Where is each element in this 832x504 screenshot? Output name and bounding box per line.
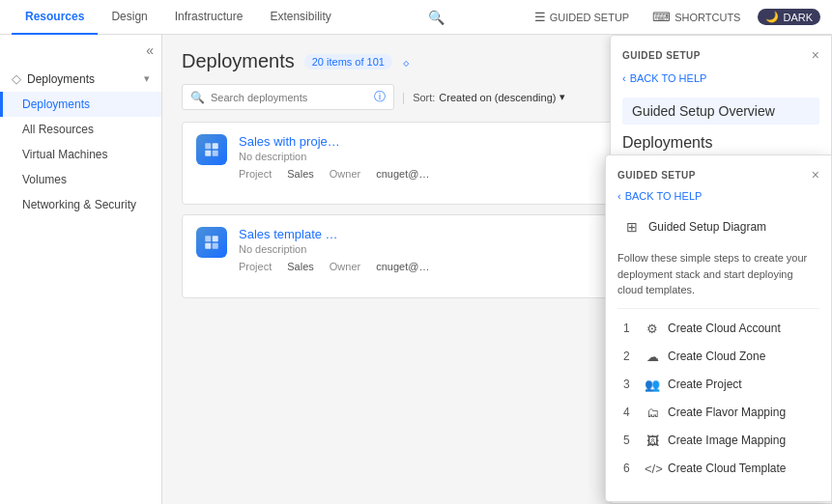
sidebar-item-volumes[interactable]: Volumes: [0, 167, 161, 192]
deploy-icon-2: [196, 227, 227, 258]
step-label-2: Create Cloud Zone: [668, 350, 765, 363]
deploy-project-1: Sales: [287, 168, 314, 180]
sidebar-item-networking[interactable]: Networking & Security: [0, 192, 161, 217]
gp-back-to-help[interactable]: ‹ BACK TO HELP: [622, 72, 819, 84]
step-label-6: Create Cloud Template: [668, 462, 787, 475]
sidebar-deployments-header[interactable]: ◇ Deployments ▾: [0, 66, 161, 92]
nav-right-actions: ☰ GUIDED SETUP ⌨ SHORTCUTS 🌙 DARK: [529, 6, 820, 28]
guided-setup-description: Follow these simple steps to create your…: [617, 244, 819, 309]
gp-front-close-button[interactable]: ×: [812, 167, 819, 182]
gp-front-header: GUIDED SETUP ×: [617, 167, 819, 182]
step-label-4: Create Flavor Mapping: [668, 406, 786, 419]
search-box[interactable]: 🔍 ⓘ: [182, 84, 394, 110]
nav-search-area: 🔍: [428, 10, 445, 25]
sort-chevron-icon: ▾: [559, 91, 565, 103]
svg-rect-2: [205, 151, 211, 156]
step-icon-5: 🖼: [645, 434, 660, 448]
gp-step-5[interactable]: 5 🖼 Create Image Mapping: [617, 427, 819, 455]
nav-tabs: Resources Design Infrastructure Extensib…: [12, 0, 345, 35]
search-input[interactable]: [211, 92, 368, 103]
gp-back-close-button[interactable]: ×: [812, 47, 819, 63]
toolbar-divider: |: [402, 91, 405, 104]
sort-area: Sort: Created on (descending) ▾: [413, 91, 565, 103]
svg-rect-4: [205, 236, 211, 241]
sort-value: Created on (descending): [439, 92, 556, 103]
step-num-2: 2: [623, 350, 637, 363]
info-icon[interactable]: ⓘ: [374, 89, 386, 105]
svg-rect-0: [205, 143, 211, 149]
moon-icon: 🌙: [765, 11, 779, 23]
nav-tab-resources[interactable]: Resources: [12, 0, 98, 35]
deploy-project-label-1: Project: [239, 168, 272, 180]
step-num-1: 1: [623, 322, 637, 335]
deploy-project-label-2: Project: [239, 261, 272, 272]
chevron-left-icon: ‹: [622, 72, 626, 84]
guided-setup-panel-front: GUIDED SETUP × ‹ BACK TO HELP ⊞ Guided S…: [605, 154, 832, 502]
sidebar-collapse-area: «: [0, 42, 161, 66]
svg-rect-5: [213, 236, 218, 241]
gp-step-1[interactable]: 1 ⚙ Create Cloud Account: [617, 315, 819, 343]
step-num-3: 3: [623, 378, 637, 391]
gp-step-4[interactable]: 4 🗂 Create Flavor Mapping: [617, 399, 819, 427]
gp-step-3[interactable]: 3 👥 Create Project: [617, 371, 819, 399]
deploy-project-2: Sales: [287, 261, 314, 272]
diagram-icon: ⊞: [623, 219, 641, 235]
deploy-owner-label-2: Owner: [330, 261, 360, 272]
sort-dropdown[interactable]: Created on (descending) ▾: [439, 91, 565, 103]
step-icon-1: ⚙: [645, 322, 660, 336]
guided-setup-overview-item[interactable]: Guided Setup Overview: [622, 98, 819, 125]
shortcuts-icon: ⌨: [652, 10, 671, 24]
svg-rect-7: [213, 243, 218, 249]
guided-setup-diagram-item[interactable]: ⊞ Guided Setup Diagram: [617, 211, 819, 242]
filter-icon[interactable]: ⬦: [402, 54, 410, 70]
sidebar-section-icon: ◇: [12, 71, 21, 86]
search-icon-small: 🔍: [190, 91, 205, 104]
sidebar-item-virtual-machines[interactable]: Virtual Machines: [0, 142, 161, 167]
step-icon-6: </>: [645, 462, 660, 476]
gp-step-2[interactable]: 2 ☁ Create Cloud Zone: [617, 343, 819, 371]
sidebar-item-deployments[interactable]: Deployments: [0, 92, 161, 117]
gp-back-title: GUIDED SETUP: [622, 50, 701, 61]
diagram-label: Guided Setup Diagram: [648, 220, 766, 234]
top-navigation: Resources Design Infrastructure Extensib…: [0, 0, 832, 35]
sidebar-section-label: Deployments: [27, 72, 144, 86]
step-label-5: Create Image Mapping: [668, 434, 786, 447]
chevron-down-icon: ▾: [144, 72, 150, 85]
guided-setup-button[interactable]: ☰ GUIDED SETUP: [529, 6, 636, 28]
sidebar-deployments-section: ◇ Deployments ▾ Deployments All Resource…: [0, 66, 161, 217]
sort-label: Sort:: [413, 92, 435, 103]
step-label-1: Create Cloud Account: [668, 322, 781, 335]
step-icon-2: ☁: [645, 350, 660, 364]
gp-front-back-to-help[interactable]: ‹ BACK TO HELP: [617, 190, 819, 202]
step-label-3: Create Project: [668, 378, 742, 391]
gp-front-title: GUIDED SETUP: [617, 170, 696, 181]
deploy-owner-label-1: Owner: [330, 168, 360, 180]
step-icon-3: 👥: [645, 378, 660, 392]
deploy-icon-1: [196, 134, 227, 165]
svg-rect-1: [213, 143, 218, 149]
step-icon-4: 🗂: [645, 406, 660, 420]
guided-setup-icon: ☰: [534, 10, 546, 24]
svg-rect-6: [205, 243, 211, 249]
page-title: Deployments: [182, 50, 295, 72]
deploy-owner-1: cnuget@…: [376, 168, 429, 180]
chevron-left-icon-2: ‹: [617, 190, 621, 202]
gp-step-6[interactable]: 6 </> Create Cloud Template: [617, 455, 819, 483]
deploy-owner-2: cnuget@…: [376, 261, 429, 272]
dark-mode-button[interactable]: 🌙 DARK: [758, 9, 820, 25]
collapse-sidebar-button[interactable]: «: [146, 42, 154, 58]
gp-deploy-title: Deployments: [622, 134, 819, 152]
nav-tab-infrastructure[interactable]: Infrastructure: [161, 0, 257, 35]
step-num-5: 5: [623, 434, 637, 447]
search-icon[interactable]: 🔍: [428, 10, 445, 25]
step-num-6: 6: [623, 462, 637, 475]
sidebar: « ◇ Deployments ▾ Deployments All Resour…: [0, 35, 162, 504]
gp-back-header: GUIDED SETUP ×: [622, 47, 819, 63]
svg-rect-3: [213, 151, 218, 156]
nav-tab-design[interactable]: Design: [98, 0, 160, 35]
shortcuts-button[interactable]: ⌨ SHORTCUTS: [646, 6, 746, 28]
sidebar-item-all-resources[interactable]: All Resources: [0, 117, 161, 142]
nav-tab-extensibility[interactable]: Extensibility: [256, 0, 344, 35]
items-badge: 20 items of 101: [304, 54, 392, 70]
step-num-4: 4: [623, 406, 637, 419]
